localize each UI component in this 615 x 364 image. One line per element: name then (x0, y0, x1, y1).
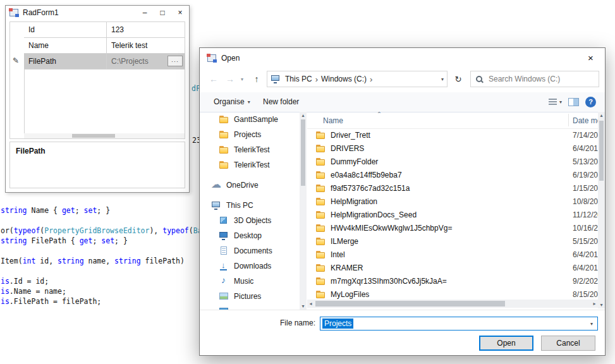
refresh-button[interactable]: ↻ (450, 71, 466, 87)
list-header: ˆ Name Date mo (307, 112, 598, 129)
sidebar-item[interactable]: TelerikTest (205, 142, 300, 157)
file-row[interactable]: ILMerge 5/15/202 (307, 234, 598, 248)
file-name: f9af57376c7ad32c151a (331, 184, 410, 193)
close-button[interactable]: × (171, 6, 189, 20)
scrollbar-thumb[interactable] (72, 134, 115, 138)
view-options-button[interactable]: ▾ (548, 98, 562, 106)
open-button[interactable]: Open (479, 336, 533, 351)
sidebar-item-label: TelerikTest (234, 145, 270, 154)
property-grid-row[interactable]: Id 123 (24, 22, 185, 38)
sidebar-icon (219, 231, 230, 240)
property-grid-hscrollbar[interactable] (24, 133, 185, 138)
sidebar-item[interactable]: Projects (205, 127, 300, 142)
breadcrumb[interactable]: This PC›Windows (C:)› ▾ (267, 71, 448, 87)
file-row[interactable]: HWv4kMIEsOkwWkglw1J5chbpVg= 10/16/20 (307, 221, 598, 234)
property-grid-row[interactable]: FilePath C:\Projects··· (24, 54, 185, 70)
file-date: 10/8/201 (573, 197, 598, 206)
list-scrollbar[interactable]: ▴ ▾ (598, 112, 605, 308)
column-header-name[interactable]: Name (323, 116, 343, 125)
scrollbar-thumb[interactable] (301, 119, 305, 186)
dialog-title: Open (221, 54, 605, 63)
search-box[interactable] (470, 71, 599, 87)
property-value[interactable]: C:\Projects··· (107, 54, 185, 69)
property-label: FilePath (24, 54, 107, 69)
file-row[interactable]: DummyFolder 5/13/202 (307, 155, 598, 168)
property-value[interactable]: Telerik test (107, 38, 185, 53)
preview-pane-icon[interactable] (568, 98, 579, 106)
sidebar-item[interactable]: 3D Objects (205, 213, 300, 228)
file-row[interactable]: DRIVERS 6/4/2019 (307, 142, 598, 155)
organise-button[interactable]: Organise ▾ (214, 92, 250, 111)
file-row[interactable]: KRAMER 6/4/2019 (307, 261, 598, 274)
sidebar-item[interactable]: GanttSample (205, 112, 300, 127)
sidebar-item[interactable]: Pictures (205, 289, 300, 304)
file-name-combobox[interactable]: Projects ▾ (320, 317, 598, 331)
sidebar-item-label: OneDrive (226, 181, 259, 190)
file-row[interactable]: f9af57376c7ad32c151a 1/15/202 (307, 181, 598, 195)
folder-icon (315, 264, 327, 272)
sidebar-item[interactable]: Music (205, 274, 300, 289)
sidebar-item[interactable]: TelerikTest (205, 157, 300, 173)
file-name: ILMerge (331, 237, 358, 246)
chevron-down-icon: ▾ (559, 99, 562, 105)
breadcrumb-item[interactable]: This PC (285, 75, 312, 83)
help-icon[interactable]: ? (585, 97, 596, 107)
search-input[interactable] (487, 74, 594, 84)
back-button[interactable]: ← (206, 71, 221, 87)
maximize-button[interactable]: □ (154, 6, 171, 20)
minimize-button[interactable]: – (136, 6, 154, 20)
file-name-value[interactable]: Projects (322, 318, 353, 329)
history-dropdown-icon[interactable]: ▾ (238, 71, 247, 87)
sidebar-icon (219, 115, 230, 124)
browse-button[interactable]: ··· (167, 56, 183, 66)
dialog-close-button[interactable]: × (576, 48, 605, 67)
sidebar-icon (219, 145, 230, 154)
sidebar-item-label: Projects (234, 130, 261, 139)
new-folder-label: New folder (263, 97, 299, 106)
column-header-date[interactable]: Date mo (573, 116, 598, 125)
address-dropdown-icon[interactable]: ▾ (441, 76, 444, 82)
sidebar-item[interactable] (205, 304, 300, 310)
file-row[interactable]: HelpMigrationDocs_Seed 11/12/20 (307, 208, 598, 221)
sidebar-item-label: Desktop (234, 231, 262, 240)
sidebar-item[interactable]: This PC (205, 198, 300, 213)
file-row[interactable]: HelpMigration 10/8/201 (307, 195, 598, 208)
list-hscrollbar[interactable]: ◂ ▸ (307, 300, 598, 308)
content-divider (200, 310, 605, 310)
code-editor[interactable]: string Name { get; set; }or(typeof(Prope… (1, 205, 202, 306)
sidebar-icon (219, 277, 230, 286)
radform-titlebar[interactable]: RadForm1 – □ × (6, 6, 189, 20)
file-row[interactable]: Intel 6/4/2019 (307, 248, 598, 261)
file-name: MyLogFiles (331, 290, 369, 299)
file-row[interactable]: m7mgXqr13SIhm30hCv6Jj5kJaA= 9/2/2020 (307, 274, 598, 288)
scrollbar-thumb[interactable] (599, 121, 604, 181)
file-date: 5/13/202 (573, 157, 598, 166)
sidebar-item[interactable]: Documents (205, 243, 300, 258)
up-button[interactable]: ↑ (249, 71, 264, 87)
property-description-title: FilePath (16, 147, 46, 155)
file-row[interactable]: Driver_Trett 7/14/202 (307, 128, 598, 142)
column-separator[interactable] (568, 114, 569, 126)
file-row[interactable]: MyLogFiles 8/15/201 (307, 288, 598, 301)
file-name: Intel (331, 250, 345, 259)
folder-icon (315, 171, 327, 179)
sidebar-item-label: Documents (234, 246, 272, 255)
cancel-button[interactable]: Cancel (541, 336, 595, 351)
folder-icon (315, 250, 327, 259)
scrollbar-thumb[interactable] (315, 301, 505, 306)
file-row[interactable]: e0a4a8c14ff5b9eba7 6/19/201 (307, 168, 598, 181)
property-grid-row[interactable]: Name Telerik test (24, 38, 185, 54)
sidebar-icon (219, 292, 230, 301)
breadcrumb-item[interactable]: Windows (C:) (321, 75, 367, 83)
combo-dropdown-icon[interactable]: ▾ (590, 321, 593, 327)
sidebar-item-label: This PC (226, 201, 253, 210)
sort-ascending-icon[interactable]: ˆ (378, 112, 381, 120)
sidebar-item[interactable]: Desktop (205, 228, 300, 243)
forward-button[interactable]: → (222, 71, 238, 87)
new-folder-button[interactable]: New folder (263, 92, 299, 111)
sidebar-item[interactable]: Downloads (205, 258, 300, 274)
dialog-titlebar[interactable]: Open (200, 48, 605, 68)
tree-scrollbar[interactable]: ▴ ▾ (300, 112, 307, 310)
sidebar-item[interactable]: OneDrive (205, 178, 300, 193)
property-value[interactable]: 123 (107, 22, 185, 37)
